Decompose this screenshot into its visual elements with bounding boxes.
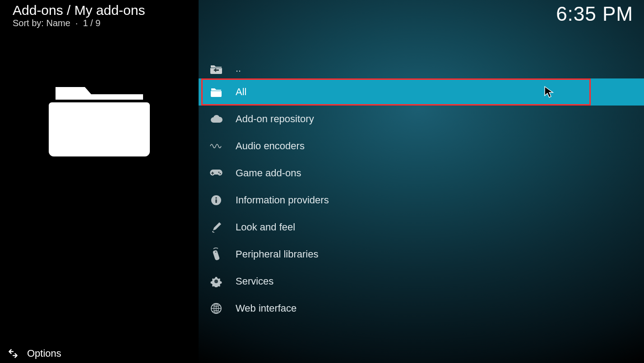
svg-point-3 xyxy=(218,172,220,173)
gamepad-icon xyxy=(209,169,223,178)
addon-category-list: .. All xyxy=(199,59,644,322)
list-item-all[interactable]: All xyxy=(199,78,644,106)
parent-dir-item[interactable]: .. xyxy=(199,59,644,78)
mouse-cursor-icon xyxy=(544,86,554,98)
cloud-icon xyxy=(210,115,222,124)
list-item-services[interactable]: Services xyxy=(199,268,644,295)
list-item-game-addons[interactable]: Game add-ons xyxy=(199,160,644,187)
list-item-label: Services xyxy=(236,276,273,287)
list-item-addon-repository[interactable]: Add-on repository xyxy=(199,106,644,133)
highlight-box xyxy=(201,78,591,106)
breadcrumb: Add-ons / My add-ons xyxy=(0,0,199,18)
list-item-label: Look and feel xyxy=(236,221,295,233)
sort-row: Sort by: Name · 1 / 9 xyxy=(0,18,199,28)
folder-icon xyxy=(210,87,222,97)
globe-icon xyxy=(210,303,222,314)
svg-rect-8 xyxy=(213,250,220,261)
list-item-web-interface[interactable]: Web interface xyxy=(199,295,644,322)
list-item-information-providers[interactable]: Information providers xyxy=(199,187,644,214)
svg-point-9 xyxy=(215,252,216,253)
info-icon xyxy=(211,195,222,206)
remote-icon xyxy=(212,248,221,261)
list-item-label: All xyxy=(236,86,246,98)
folder-large-icon xyxy=(47,74,151,159)
gear-icon xyxy=(210,276,222,287)
waveform-icon xyxy=(210,142,222,150)
list-item-label: Web interface xyxy=(236,303,297,314)
options-button[interactable]: Options xyxy=(0,344,199,363)
svg-rect-7 xyxy=(215,199,217,203)
paint-icon xyxy=(210,221,222,233)
list-item-peripheral-libraries[interactable]: Peripheral libraries xyxy=(199,241,644,268)
options-label: Options xyxy=(27,348,61,359)
options-icon xyxy=(7,348,19,359)
list-item-label: Game add-ons xyxy=(236,167,301,179)
list-item-label: Audio encoders xyxy=(236,140,305,152)
svg-point-4 xyxy=(220,173,221,175)
list-item-label: Information providers xyxy=(236,194,329,206)
svg-point-10 xyxy=(214,280,218,283)
clock: 6:35 PM xyxy=(556,3,633,25)
svg-rect-2 xyxy=(211,173,214,174)
parent-folder-icon xyxy=(210,63,222,74)
sort-label: Sort by: Name xyxy=(13,18,70,28)
list-position: 1 / 9 xyxy=(83,18,101,28)
list-item-look-and-feel[interactable]: Look and feel xyxy=(199,214,644,241)
svg-point-6 xyxy=(215,197,217,199)
list-item-label: Peripheral libraries xyxy=(236,248,318,260)
list-item-label: Add-on repository xyxy=(236,113,314,125)
list-item-audio-encoders[interactable]: Audio encoders xyxy=(199,133,644,160)
selected-item-thumbnail xyxy=(0,74,199,159)
right-panel: 6:35 PM .. xyxy=(199,0,644,363)
parent-dir-label: .. xyxy=(236,63,241,74)
left-panel: Add-ons / My add-ons Sort by: Name · 1 /… xyxy=(0,0,199,363)
svg-rect-0 xyxy=(60,94,139,100)
